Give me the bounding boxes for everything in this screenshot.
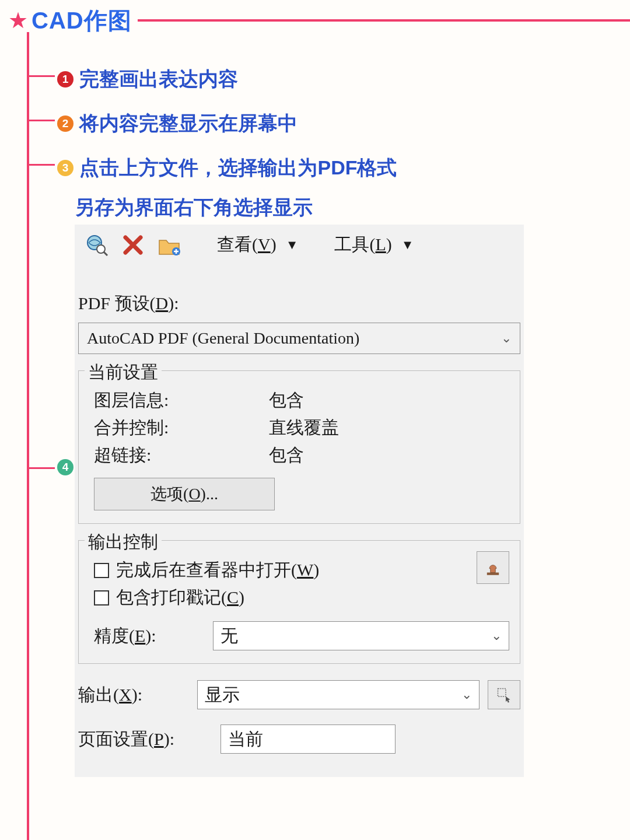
output-select[interactable]: 显示 ⌄ — [197, 680, 480, 709]
bullet-3-icon: 3 — [57, 160, 74, 176]
tree-branch — [29, 164, 55, 166]
output-control-legend: 输出控制 — [85, 530, 162, 554]
tree-trunk — [27, 32, 29, 840]
pdf-preset-select[interactable]: AutoCAD PDF (General Documentation) ⌄ — [78, 323, 520, 354]
view-menu-label-post: ) — [271, 235, 276, 254]
pdf-preset-label: PDF 预设(D): — [78, 292, 524, 316]
view-menu[interactable]: 查看(V) ▼ — [217, 233, 298, 257]
step-4: 4 — [57, 459, 77, 475]
save-as-pdf-dialog: 查看(V) ▼ 工具(L) ▼ PDF 预设(D): AutoCAD PDF (… — [75, 225, 524, 777]
svg-line-2 — [104, 252, 107, 256]
stamp-settings-button[interactable] — [477, 551, 509, 584]
chevron-down-icon: ▼ — [401, 237, 414, 253]
output-value: 显示 — [205, 683, 240, 707]
include-stamp-checkbox-row[interactable]: 包含打印戳记(C) — [94, 586, 509, 610]
star-icon: ★ — [8, 8, 28, 33]
options-button[interactable]: 选项(O)... — [94, 478, 275, 510]
output-window-button[interactable] — [488, 680, 520, 709]
tools-menu-hotkey: L — [375, 235, 386, 254]
bullet-4-icon: 4 — [57, 459, 74, 475]
output-control-group: 输出控制 完成后在查看器中打开(W) 包含打印戳记(C) 精度(E): — [78, 540, 520, 664]
page-setup-select[interactable]: 当前 — [220, 724, 396, 754]
dialog-toolbar: 查看(V) ▼ 工具(L) ▼ — [75, 225, 524, 274]
new-folder-icon[interactable] — [158, 233, 181, 257]
step-3-text: 点击上方文件，选择输出为PDF格式 — [79, 156, 397, 178]
step-3b-text: 另存为界面右下角选择显示 — [75, 196, 313, 218]
open-after-label: 完成后在查看器中打开(W) — [116, 558, 319, 582]
precision-select[interactable]: 无 ⌄ — [213, 621, 509, 650]
tools-menu-label-pre: 工具( — [334, 235, 375, 254]
precision-label: 精度(E): — [94, 624, 205, 648]
open-after-checkbox-row[interactable]: 完成后在查看器中打开(W) — [94, 558, 509, 582]
current-settings-legend: 当前设置 — [85, 360, 162, 384]
current-settings-group: 当前设置 图层信息: 包含 合并控制: 直线覆盖 超链接: 包含 选项(O)..… — [78, 370, 520, 524]
page-title: CAD作图 — [32, 5, 132, 37]
chevron-down-icon: ⌄ — [461, 687, 472, 702]
include-stamp-checkbox[interactable] — [94, 590, 109, 606]
hyperlink-key: 超链接: — [94, 443, 269, 467]
tools-menu-label-post: ) — [386, 235, 392, 254]
step-3: 3 点击上方文件，选择输出为PDF格式 — [57, 155, 397, 181]
merge-control-key: 合并控制: — [94, 416, 269, 440]
step-2: 2 将内容完整显示在屏幕中 — [57, 110, 298, 137]
precision-value: 无 — [220, 624, 238, 648]
search-globe-icon[interactable] — [85, 233, 108, 257]
chevron-down-icon: ⌄ — [491, 628, 502, 643]
bullet-2-icon: 2 — [57, 116, 74, 132]
layer-info-key: 图层信息: — [94, 388, 269, 412]
hyperlink-value: 包含 — [269, 443, 304, 467]
layer-info-value: 包含 — [269, 388, 304, 412]
svg-point-1 — [97, 245, 105, 253]
merge-control-value: 直线覆盖 — [269, 416, 339, 440]
step-1-text: 完整画出表达内容 — [79, 68, 238, 90]
step-2-text: 将内容完整显示在屏幕中 — [79, 112, 298, 134]
title-divider — [138, 19, 630, 22]
output-label: 输出(X): — [78, 683, 189, 707]
include-stamp-label: 包含打印戳记(C) — [116, 586, 244, 610]
view-menu-hotkey: V — [258, 235, 271, 254]
pdf-preset-value: AutoCAD PDF (General Documentation) — [87, 329, 359, 348]
svg-rect-8 — [487, 573, 499, 575]
tools-menu[interactable]: 工具(L) ▼ — [334, 233, 414, 257]
view-menu-label-pre: 查看( — [217, 235, 258, 254]
page-setup-label: 页面设置(P): — [78, 727, 212, 751]
tree-branch — [29, 75, 55, 77]
tree-branch — [29, 467, 55, 469]
step-1: 1 完整画出表达内容 — [57, 66, 238, 93]
tree-branch — [29, 120, 55, 121]
svg-rect-9 — [498, 689, 506, 697]
open-after-checkbox[interactable] — [94, 563, 109, 578]
delete-x-icon[interactable] — [121, 233, 145, 257]
page-setup-value: 当前 — [228, 727, 263, 751]
chevron-down-icon: ⌄ — [501, 331, 512, 346]
bullet-1-icon: 1 — [57, 71, 74, 88]
chevron-down-icon: ▼ — [286, 237, 299, 253]
